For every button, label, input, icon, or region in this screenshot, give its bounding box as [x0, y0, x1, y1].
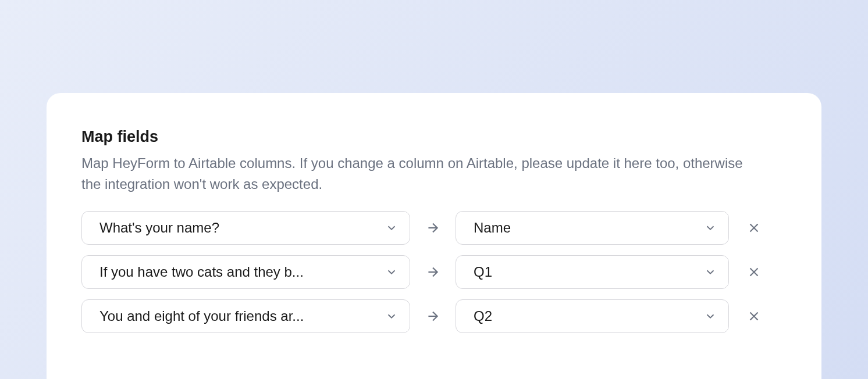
dropdown-label: You and eight of your friends ar...: [99, 308, 304, 324]
section-title: Map fields: [81, 128, 787, 146]
source-field-dropdown[interactable]: You and eight of your friends ar...: [81, 299, 410, 333]
dropdown-label: Q1: [474, 264, 492, 280]
mapping-row: What's your name? Name: [81, 211, 787, 245]
dropdown-label: Name: [474, 220, 511, 236]
chevron-down-icon: [704, 266, 717, 278]
dropdown-label: If you have two cats and they b...: [99, 264, 304, 280]
source-field-dropdown[interactable]: If you have two cats and they b...: [81, 255, 410, 289]
section-description: Map HeyForm to Airtable columns. If you …: [81, 153, 756, 195]
source-field-dropdown[interactable]: What's your name?: [81, 211, 410, 245]
close-icon: [746, 264, 762, 280]
target-field-dropdown[interactable]: Q1: [456, 255, 729, 289]
remove-mapping-button[interactable]: [744, 218, 764, 238]
close-icon: [746, 220, 762, 235]
remove-mapping-button[interactable]: [744, 262, 764, 282]
chevron-down-icon: [385, 221, 398, 234]
map-fields-card: Map fields Map HeyForm to Airtable colum…: [47, 93, 821, 379]
close-icon: [746, 309, 762, 324]
mapping-row: You and eight of your friends ar... Q2: [81, 299, 787, 333]
arrow-right-icon: [425, 264, 440, 280]
chevron-down-icon: [385, 266, 398, 278]
mapping-row: If you have two cats and they b... Q1: [81, 255, 787, 289]
arrow-right-icon: [425, 220, 440, 235]
chevron-down-icon: [385, 310, 398, 323]
target-field-dropdown[interactable]: Name: [456, 211, 729, 245]
target-field-dropdown[interactable]: Q2: [456, 299, 729, 333]
dropdown-label: Q2: [474, 308, 492, 324]
arrow-right-icon: [425, 309, 440, 324]
dropdown-label: What's your name?: [99, 220, 219, 236]
remove-mapping-button[interactable]: [744, 306, 764, 326]
chevron-down-icon: [704, 310, 717, 323]
chevron-down-icon: [704, 221, 717, 234]
